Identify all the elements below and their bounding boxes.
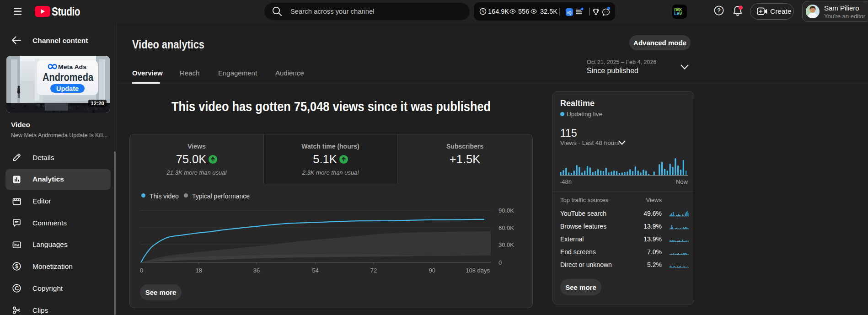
svg-text:90.0K: 90.0K (498, 207, 514, 214)
svg-text:Andromeda: Andromeda (43, 71, 93, 83)
svg-text:0: 0 (498, 259, 502, 266)
svg-text:12:20: 12:20 (91, 101, 104, 106)
svg-text:C: C (15, 285, 19, 292)
svg-text:72: 72 (370, 267, 377, 274)
svg-text:30.0K: 30.0K (498, 241, 514, 248)
svg-text:36: 36 (253, 267, 260, 274)
svg-text:0: 0 (140, 267, 143, 274)
svg-text:Update: Update (56, 85, 79, 92)
svg-text:90: 90 (429, 267, 435, 274)
svg-text:18: 18 (195, 267, 202, 274)
svg-text:Meta Ads: Meta Ads (58, 64, 86, 70)
svg-text:?: ? (717, 7, 721, 14)
svg-text:54: 54 (312, 267, 318, 274)
svg-text:60.0K: 60.0K (498, 224, 514, 231)
svg-text:108 days: 108 days (466, 267, 490, 274)
svg-text:$: $ (15, 263, 18, 270)
